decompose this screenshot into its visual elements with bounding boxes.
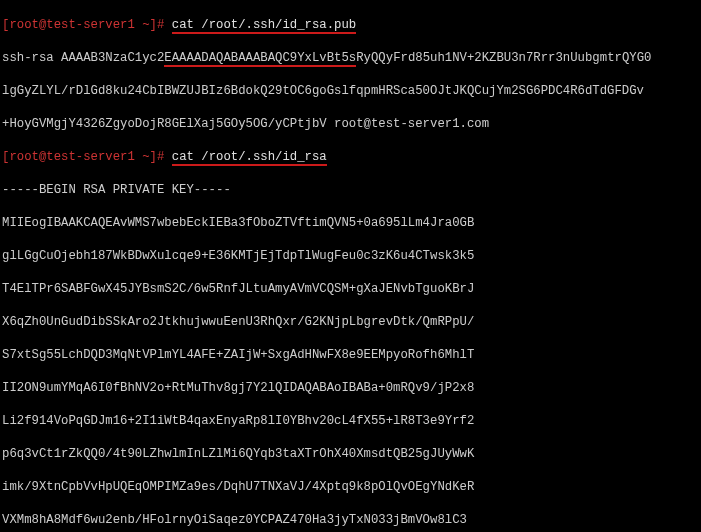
- priv-l3: T4ElTPr6SABFGwX45JYBsmS2C/6w5RnfJLtuAmyA…: [2, 282, 474, 296]
- priv-l10: VXMm8hA8Mdf6wu2enb/HFolrnyOiSaqez0YCPAZ4…: [2, 513, 467, 527]
- terminal-screen[interactable]: [root@test-server1 ~]# cat /root/.ssh/id…: [0, 0, 701, 532]
- priv-l5: S7xtSg55LchDQD3MqNtVPlmYL4AFE+ZAIjW+SxgA…: [2, 348, 474, 362]
- pubkey-rest3: +HoyGVMgjY4326ZgyoDojR8GElXaj5GOy5OG/yCP…: [2, 117, 489, 131]
- pubkey-rest2: lgGyZLYL/rDlGd8ku24CbIBWZUJBIz6BdokQ29tO…: [2, 84, 644, 98]
- cmd-cat-priv: cat /root/.ssh/id_rsa: [172, 150, 327, 164]
- priv-begin: -----BEGIN RSA PRIVATE KEY-----: [2, 183, 231, 197]
- priv-l6: II2ON9umYMqA6I0fBhNV2o+RtMuThv8gj7Y2lQID…: [2, 381, 474, 395]
- priv-l7: Li2f914VoPqGDJm16+2I1iWtB4qaxEnyaRp8lI0Y…: [2, 414, 474, 428]
- prompt-1: [root@test-server1 ~]#: [2, 18, 164, 32]
- priv-l2: glLGgCuOjebh187WkBDwXulcqe9+E36KMTjEjTdp…: [2, 249, 474, 263]
- priv-l9: imk/9XtnCpbVvHpUQEqOMPIMZa9es/DqhU7TNXaV…: [2, 480, 474, 494]
- pubkey-rest1: RyQQyFrd85uh1NV+2KZBU3n7Rrr3nUubgmtrQYG0: [356, 51, 651, 65]
- cmd-cat-pub: cat /root/.ssh/id_rsa.pub: [172, 18, 356, 32]
- prompt-2: [root@test-server1 ~]#: [2, 150, 164, 164]
- priv-l8: p6q3vCt1rZkQQ0/4t90LZhwlmInLZlMi6QYqb3ta…: [2, 447, 474, 461]
- pubkey-part1: ssh-rsa AAAAB3NzaC1yc2: [2, 51, 164, 65]
- pubkey-mid: EAAAADAQABAAABAQC9YxLvBt5s: [164, 51, 356, 65]
- priv-l4: X6qZh0UnGudDibSSkAro2JtkhujwwuEenU3RhQxr…: [2, 315, 474, 329]
- priv-l1: MIIEogIBAAKCAQEAvWMS7wbebEckIEBa3fOboZTV…: [2, 216, 474, 230]
